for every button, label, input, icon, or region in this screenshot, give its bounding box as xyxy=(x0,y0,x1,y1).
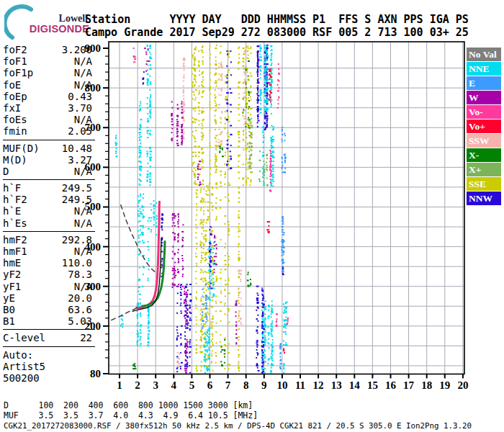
echo-point xyxy=(202,81,203,83)
echo-point xyxy=(172,287,174,288)
echo-point xyxy=(143,82,144,84)
echo-point xyxy=(210,258,211,259)
echo-point xyxy=(238,186,240,188)
param-row: foF1N/A xyxy=(3,55,92,67)
echo-point xyxy=(230,125,232,127)
echo-point xyxy=(280,352,282,354)
echo-point xyxy=(183,98,184,99)
echo-point xyxy=(185,286,187,287)
echo-point xyxy=(216,104,217,106)
echo-point xyxy=(209,163,210,164)
echo-point xyxy=(251,143,252,144)
echo-point xyxy=(202,125,203,127)
echo-point xyxy=(282,134,283,135)
echo-point xyxy=(264,109,266,110)
echo-point xyxy=(261,366,264,367)
echo-point xyxy=(174,262,176,264)
echo-point xyxy=(270,101,271,102)
echo-point xyxy=(138,280,140,282)
echo-point xyxy=(201,247,202,248)
echo-point xyxy=(215,310,217,312)
echo-point xyxy=(224,362,225,364)
echo-point xyxy=(220,89,222,90)
echo-point xyxy=(215,162,216,163)
echo-point xyxy=(209,58,210,59)
echo-point xyxy=(181,143,183,144)
echo-point xyxy=(268,338,269,340)
echo-point xyxy=(182,269,184,270)
echo-point xyxy=(212,248,215,249)
echo-point xyxy=(204,359,206,361)
echo-point xyxy=(269,78,270,80)
echo-point xyxy=(181,101,183,102)
echo-point xyxy=(214,260,215,261)
echo-point xyxy=(221,349,223,351)
echo-point xyxy=(177,333,179,334)
echo-point xyxy=(276,325,277,326)
echo-point xyxy=(214,100,215,102)
echo-point xyxy=(259,150,261,152)
x-tick-label: 12 xyxy=(313,379,324,391)
echo-point xyxy=(220,64,222,66)
echo-point xyxy=(195,224,197,225)
param-value: N/A xyxy=(74,281,92,292)
echo-point xyxy=(257,55,258,56)
echo-point xyxy=(264,313,266,315)
echo-point xyxy=(278,87,279,89)
echo-point xyxy=(250,107,251,109)
echo-point xyxy=(220,341,221,343)
echo-point xyxy=(140,229,141,230)
echo-point xyxy=(228,182,230,184)
echo-point xyxy=(148,258,149,259)
echo-point xyxy=(115,153,117,154)
echo-point xyxy=(149,76,150,77)
echo-point xyxy=(172,258,174,259)
echo-point xyxy=(183,131,184,132)
echo-point xyxy=(186,294,187,295)
echo-point xyxy=(215,102,216,104)
echo-point xyxy=(284,155,285,156)
echo-point xyxy=(143,197,144,199)
echo-point xyxy=(285,328,287,329)
echo-point xyxy=(238,197,240,199)
param-row: hmF1N/A xyxy=(3,246,92,257)
echo-point xyxy=(138,148,140,149)
echo-point xyxy=(149,184,150,186)
param-value: 249.5 xyxy=(62,182,92,194)
echo-point xyxy=(235,321,237,323)
echo-point xyxy=(220,133,222,135)
echo-point xyxy=(228,264,229,265)
echo-point xyxy=(182,245,184,246)
echo-point xyxy=(208,337,210,338)
echo-point xyxy=(238,166,239,167)
echo-point xyxy=(138,213,139,215)
echo-point xyxy=(203,213,204,215)
echo-point xyxy=(150,229,152,230)
echo-point xyxy=(277,99,279,101)
echo-point xyxy=(140,124,141,125)
echo-point xyxy=(183,81,184,82)
echo-point xyxy=(180,305,181,306)
echo-point xyxy=(189,341,190,343)
echo-point xyxy=(264,320,266,321)
echo-point xyxy=(209,282,210,283)
echo-point xyxy=(216,85,217,86)
header-columns-line: Station YYYY DAY DDD HHMMSS P1 FFS S AXN… xyxy=(85,13,469,26)
echo-point xyxy=(194,110,196,112)
echo-point xyxy=(143,210,144,211)
echo-point xyxy=(266,120,268,122)
echo-point xyxy=(282,268,284,269)
logo-text-digisonde: DIGISONDE xyxy=(14,23,89,35)
echo-point xyxy=(238,97,240,99)
echo-point xyxy=(220,171,222,172)
echo-point xyxy=(181,289,182,290)
echo-point xyxy=(206,219,207,220)
echo-point xyxy=(243,79,246,81)
echo-point xyxy=(184,325,186,327)
echo-point xyxy=(150,64,151,66)
echo-point xyxy=(262,341,264,343)
echo-point xyxy=(259,69,261,71)
echo-point xyxy=(214,237,215,238)
echo-point xyxy=(150,220,151,222)
param-row: h`F2249.5 xyxy=(3,194,92,205)
